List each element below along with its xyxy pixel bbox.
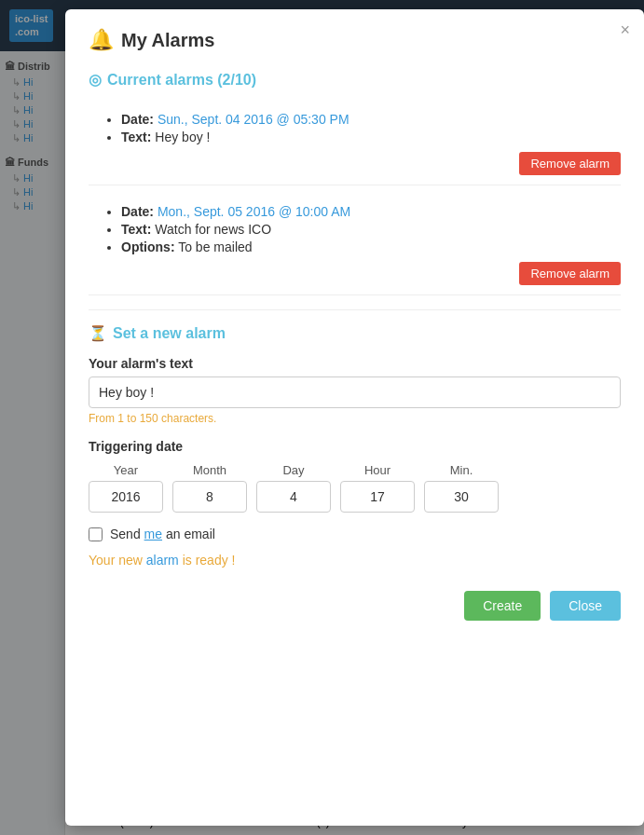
min-field: Min. <box>424 463 499 513</box>
current-alarms-section: ◎ Current alarms (2/10) Date: Sun., Sept… <box>89 71 621 295</box>
current-alarms-title: ◎ Current alarms (2/10) <box>89 71 621 89</box>
new-alarm-title: ⏳ Set a new alarm <box>89 324 621 342</box>
email-checkbox[interactable] <box>89 527 103 541</box>
alarm-2-date: Date: Mon., Sept. 05 2016 @ 10:00 AM <box>121 204 621 219</box>
new-alarm-section: ⏳ Set a new alarm Your alarm's text From… <box>89 324 621 621</box>
year-field: Year <box>89 463 163 513</box>
email-checkbox-label: Send me an email <box>110 527 215 541</box>
hour-label: Hour <box>364 463 391 477</box>
alarm-text-input[interactable] <box>89 376 621 408</box>
alarm-item-2: Date: Mon., Sept. 05 2016 @ 10:00 AM Tex… <box>89 195 621 295</box>
bell-icon: 🔔 <box>89 28 114 52</box>
modal-footer: Create Close <box>89 582 621 621</box>
alarm-text-label: Your alarm's text <box>89 356 621 371</box>
email-checkbox-row: Send me an email <box>89 527 621 541</box>
alarm-link[interactable]: alarm <box>146 553 179 568</box>
alarm-text-hint: From 1 to 150 characters. <box>89 412 621 425</box>
min-label: Min. <box>450 463 473 477</box>
alarm-2-text: Text: Watch for news ICO <box>121 222 621 237</box>
alarm-item-1: Date: Sun., Sept. 04 2016 @ 05:30 PM Tex… <box>89 103 621 185</box>
day-label: Day <box>282 463 304 477</box>
hour-field: Hour <box>340 463 415 513</box>
year-input[interactable] <box>89 481 163 513</box>
create-button[interactable]: Create <box>464 591 541 621</box>
refresh-icon: ◎ <box>89 71 102 89</box>
min-input[interactable] <box>424 481 499 513</box>
alarm-2-options: Options: To be mailed <box>121 240 621 254</box>
triggering-date-label: Triggering date <box>89 439 621 454</box>
remove-alarm-1-button[interactable]: Remove alarm <box>519 152 621 175</box>
date-fields: Year Month Day Hour Min. <box>89 463 621 513</box>
modal: × 🔔 My Alarms ◎ Current alarms (2/10) Da… <box>65 9 644 826</box>
day-field: Day <box>256 463 331 513</box>
modal-close-button[interactable]: × <box>620 21 630 40</box>
success-text: Your new alarm is ready ! <box>89 553 621 568</box>
remove-alarm-2-button[interactable]: Remove alarm <box>519 262 621 285</box>
modal-title: 🔔 My Alarms <box>89 28 621 52</box>
hour-input[interactable] <box>340 481 415 513</box>
year-label: Year <box>114 463 138 477</box>
month-label: Month <box>193 463 226 477</box>
section-divider <box>89 309 621 310</box>
month-input[interactable] <box>172 481 247 513</box>
alarm-1-text: Text: Hey boy ! <box>121 130 621 144</box>
month-field: Month <box>172 463 247 513</box>
day-input[interactable] <box>256 481 331 513</box>
hourglass-icon: ⏳ <box>89 324 107 342</box>
alarm-1-date: Date: Sun., Sept. 04 2016 @ 05:30 PM <box>121 112 621 127</box>
close-button[interactable]: Close <box>550 591 621 621</box>
